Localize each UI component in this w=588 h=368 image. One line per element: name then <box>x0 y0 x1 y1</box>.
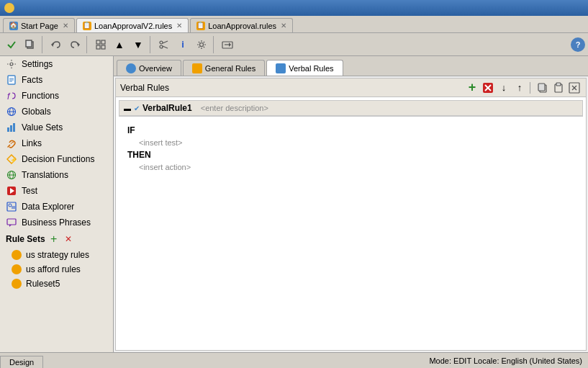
ruleset-ruleset5-label: Ruleset5 <box>26 279 60 289</box>
tab-loan-label: LoanApproval.rules <box>208 22 276 30</box>
move-down-btn[interactable]: ↓ <box>497 81 511 95</box>
add-rule-btn[interactable]: + <box>465 81 479 95</box>
svg-point-12 <box>200 42 204 46</box>
rule-name: VerbalRule1 <box>143 103 192 113</box>
sidebar-item-data-explorer[interactable]: Data Explorer <box>0 199 113 215</box>
svg-rect-1 <box>26 40 32 47</box>
remove-ruleset-btn[interactable]: ✕ <box>63 233 74 245</box>
tab-general-rules[interactable]: General Rules <box>183 60 265 76</box>
ruleset-us-afford[interactable]: us afford rules <box>0 262 113 277</box>
actions-sep <box>530 82 533 94</box>
insert-test-placeholder[interactable]: <insert test> <box>139 138 574 147</box>
toolbar-arrow-down-btn[interactable]: ▼ <box>130 36 147 53</box>
value-sets-icon <box>6 122 17 133</box>
ruleset-us-strategy[interactable]: us strategy rules <box>0 248 113 262</box>
svg-text:f: f <box>7 91 11 101</box>
svg-marker-2 <box>51 42 53 47</box>
tab-loan-close[interactable]: ✕ <box>281 22 286 30</box>
toolbar-scissors-btn[interactable] <box>155 36 173 53</box>
translations-icon <box>6 169 17 181</box>
title-bar <box>0 0 588 16</box>
sidebar-item-functions[interactable]: f Functions <box>0 88 113 104</box>
rule-collapse-btn[interactable]: ▬ <box>124 104 131 112</box>
tab-loanv2-close[interactable]: ✕ <box>176 22 182 30</box>
toolbar: ▲ ▼ i ? <box>0 33 588 56</box>
functions-label: Functions <box>22 91 59 101</box>
tab-start-page-close[interactable]: ✕ <box>63 22 68 30</box>
toolbar-arrow-up-btn[interactable]: ▲ <box>111 36 128 53</box>
tab-overview[interactable]: Overview <box>117 60 181 76</box>
svg-rect-26 <box>10 125 12 132</box>
sidebar-item-facts[interactable]: Facts <box>0 72 113 88</box>
toolbar-checkmark-btn[interactable] <box>3 36 20 53</box>
toolbar-sep-2 <box>86 36 89 53</box>
svg-point-9 <box>160 45 163 48</box>
sidebar-item-settings[interactable]: Settings <box>0 56 113 72</box>
sidebar-item-translations[interactable]: Translations <box>0 167 113 183</box>
decision-functions-icon: ⚡ <box>6 153 17 165</box>
sidebar-item-decision-functions[interactable]: ⚡ Decision Functions <box>0 151 113 167</box>
business-phrases-icon <box>6 217 17 228</box>
help-button[interactable]: ? <box>571 37 585 52</box>
add-ruleset-btn[interactable]: + <box>48 233 60 245</box>
data-explorer-label: Data Explorer <box>22 202 74 212</box>
sidebar: Settings Facts f Functions Globals Value… <box>0 56 114 352</box>
sidebar-item-globals[interactable]: Globals <box>0 104 113 120</box>
globals-icon <box>6 106 17 117</box>
tab-loan-icon: 📋 <box>196 22 205 30</box>
ruleset-us-strategy-label: us strategy rules <box>26 250 89 260</box>
toolbar-undo-btn[interactable] <box>48 36 65 53</box>
sidebar-item-test[interactable]: Test <box>0 183 113 199</box>
rule-sets-section: Rule Sets + ✕ <box>0 230 113 248</box>
rule-description[interactable]: <enter description> <box>201 104 268 112</box>
move-up-btn[interactable]: ↑ <box>512 81 527 95</box>
svg-rect-45 <box>538 84 545 91</box>
value-sets-label: Value Sets <box>22 122 63 133</box>
svg-text:⚡: ⚡ <box>10 156 17 163</box>
business-phrases-label: Business Phrases <box>22 217 91 228</box>
rule-header: ▬ ✔ VerbalRule1 <enter description> <box>119 101 582 116</box>
sidebar-item-value-sets[interactable]: Value Sets <box>0 120 113 135</box>
expand-btn[interactable] <box>567 81 582 95</box>
svg-point-36 <box>9 204 12 207</box>
svg-rect-4 <box>96 40 100 44</box>
tab-overview-icon <box>126 63 136 73</box>
toolbar-sep-3 <box>150 36 153 53</box>
toolbar-info-btn[interactable]: i <box>174 36 191 53</box>
delete-rule-btn[interactable] <box>481 81 495 95</box>
rule-content-scroll[interactable]: ▬ ✔ VerbalRule1 <enter description> IF <… <box>116 97 586 350</box>
tab-verbal-rules[interactable]: Verbal Rules <box>266 60 343 76</box>
insert-action-placeholder[interactable]: <insert action> <box>139 163 574 171</box>
tab-loanv2-label: LoanApprovalV2.rules <box>94 22 172 30</box>
svg-rect-7 <box>101 45 105 49</box>
sidebar-item-links[interactable]: Links <box>0 135 113 151</box>
design-tab-label: Design <box>9 358 34 367</box>
svg-rect-5 <box>101 40 105 44</box>
tab-overview-label: Overview <box>139 64 172 73</box>
toolbar-sep-4 <box>213 36 216 53</box>
copy-btn[interactable] <box>535 81 550 95</box>
tab-loan[interactable]: 📋 LoanApproval.rules ✕ <box>190 18 293 32</box>
doc-tabs: 🏠 Start Page ✕ 📋 LoanApprovalV2.rules ✕ … <box>0 16 588 33</box>
design-tab[interactable]: Design <box>0 356 43 368</box>
verbal-rules-header: Verbal Rules + ↓ ↑ <box>116 78 586 97</box>
test-icon <box>6 185 17 197</box>
decision-functions-label: Decision Functions <box>22 154 94 164</box>
tab-start-page[interactable]: 🏠 Start Page ✕ <box>3 18 75 32</box>
inner-tabs: Overview General Rules Verbal Rules <box>114 56 588 76</box>
test-label: Test <box>22 186 37 196</box>
toolbar-deploy-btn[interactable] <box>219 36 236 53</box>
paste-btn[interactable] <box>551 81 566 95</box>
ruleset-us-afford-icon <box>12 264 22 274</box>
toolbar-redo-btn[interactable] <box>66 36 83 53</box>
svg-marker-3 <box>78 42 80 47</box>
sidebar-item-business-phrases[interactable]: Business Phrases <box>0 215 113 230</box>
toolbar-grid-btn[interactable] <box>92 36 109 53</box>
functions-icon: f <box>6 90 17 102</box>
tab-loanv2[interactable]: 📋 LoanApprovalV2.rules ✕ <box>76 18 189 32</box>
tab-start-page-label: Start Page <box>21 22 58 30</box>
ruleset-ruleset5[interactable]: Ruleset5 <box>0 277 113 291</box>
globals-label: Globals <box>22 107 51 117</box>
toolbar-copy-btn[interactable] <box>22 36 39 53</box>
toolbar-settings-btn[interactable] <box>193 36 210 53</box>
